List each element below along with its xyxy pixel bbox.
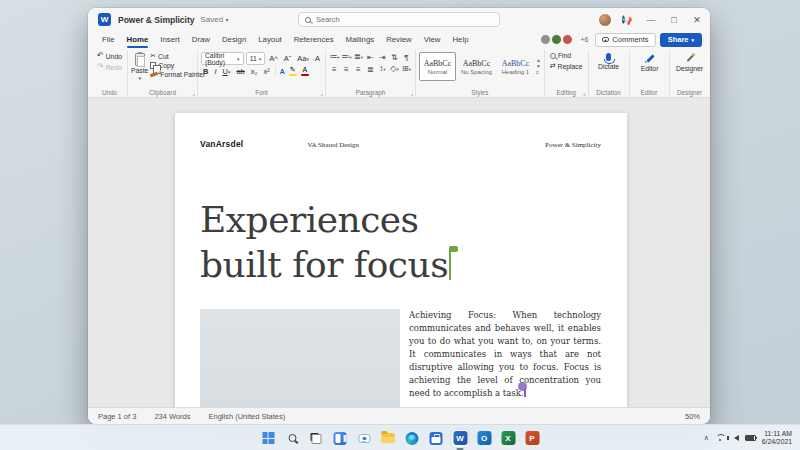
document-header[interactable]: VanArsdel VA Shared Design Power & Simpl… — [175, 113, 627, 149]
word-taskbar-button[interactable]: W — [452, 430, 469, 447]
editing-dialog-launcher[interactable]: ⌟ — [583, 89, 586, 96]
decrease-indent-button[interactable]: ⇤ — [365, 53, 376, 63]
designer-button[interactable]: Designer — [673, 51, 707, 72]
speaker-icon[interactable] — [731, 435, 739, 441]
document-heading[interactable]: Experiences built for focus — [175, 149, 627, 287]
editor-button[interactable]: Editor — [633, 51, 667, 72]
powerpoint-button[interactable]: P — [524, 430, 541, 447]
search-box[interactable] — [298, 12, 500, 27]
save-status[interactable]: Saved ▾ — [201, 15, 229, 24]
shading-button[interactable]: ◇▾ — [389, 64, 400, 75]
chat-button[interactable] — [356, 430, 373, 447]
dictate-button[interactable]: Dictate — [592, 51, 626, 70]
taskbar-search-button[interactable] — [284, 430, 301, 447]
style-no-spacing[interactable]: AaBbCc No Spacing — [458, 52, 495, 81]
zoom-level[interactable]: 50% — [685, 412, 700, 421]
document-title[interactable]: Power & Simplicity — [118, 15, 195, 25]
bullets-button[interactable]: ≔▾ — [329, 52, 340, 63]
tray-expand-chevron[interactable]: ∧ — [704, 434, 709, 442]
redo-button[interactable]: ↷Redo — [95, 62, 124, 72]
document-page[interactable]: VanArsdel VA Shared Design Power & Simpl… — [175, 113, 627, 407]
paragraph-dialog-launcher[interactable]: ⌟ — [410, 89, 413, 96]
tab-mailings[interactable]: Mailings — [340, 33, 381, 46]
page-indicator[interactable]: Page 1 of 3 — [98, 412, 136, 421]
align-left-button[interactable]: ≡ — [329, 65, 340, 75]
language-indicator[interactable]: English (United States) — [209, 412, 286, 421]
tab-layout[interactable]: Layout — [252, 33, 287, 46]
word-app-icon[interactable]: W — [98, 13, 111, 26]
borders-button[interactable]: ⊞▾ — [401, 64, 412, 75]
tab-insert[interactable]: Insert — [154, 33, 186, 46]
font-dialog-launcher[interactable]: ⌟ — [320, 89, 323, 96]
find-button[interactable]: Find — [548, 51, 585, 60]
replace-button[interactable]: ⇄Replace — [548, 61, 585, 71]
clock[interactable]: 11:11 AM 6/24/2021 — [762, 430, 792, 446]
tab-draw[interactable]: Draw — [186, 33, 216, 46]
highlight-color-button[interactable]: ✎ — [288, 66, 298, 76]
search-input[interactable] — [316, 15, 493, 24]
grow-font-button[interactable]: A^ — [267, 54, 280, 63]
align-center-button[interactable]: ≡ — [341, 65, 352, 75]
styles-more-button[interactable]: ≡ — [536, 69, 541, 75]
tab-view[interactable]: View — [418, 33, 447, 46]
strikethrough-button[interactable]: ab — [234, 67, 246, 76]
line-spacing-button[interactable]: ↕▾ — [377, 64, 388, 75]
text-effects-button[interactable]: A — [279, 68, 286, 75]
superscript-button[interactable]: x² — [261, 67, 271, 76]
battery-icon[interactable] — [745, 435, 756, 441]
collaborator-overflow-count[interactable]: +6 — [580, 36, 588, 43]
underline-button[interactable]: U▾ — [220, 67, 232, 76]
style-normal[interactable]: AaBbCc Normal — [419, 52, 456, 81]
wifi-icon[interactable] — [715, 434, 725, 442]
italic-button[interactable]: I — [212, 67, 218, 76]
task-view-button[interactable] — [308, 430, 325, 447]
undo-button[interactable]: ↶Undo — [95, 51, 124, 61]
tab-home[interactable]: Home — [121, 33, 155, 46]
font-family-select[interactable]: Calibri (Body)▾ — [201, 52, 244, 65]
widgets-button[interactable] — [332, 430, 349, 447]
subscript-button[interactable]: x₂ — [249, 67, 260, 76]
align-right-button[interactable]: ≡ — [353, 65, 364, 75]
document-paragraph[interactable]: Achieving Focus: When technology communi… — [409, 309, 601, 407]
collaborator-avatar[interactable] — [551, 34, 562, 45]
font-color-button[interactable]: A — [300, 66, 310, 76]
coauthor-cursor-green — [449, 250, 451, 280]
close-button[interactable]: ✕ — [690, 15, 704, 25]
outlook-button[interactable]: O — [476, 430, 493, 447]
user-avatar[interactable] — [598, 13, 612, 27]
numbering-button[interactable]: ≕▾ — [341, 52, 352, 63]
multilevel-list-button[interactable]: ≣▾ — [353, 52, 364, 63]
excel-button[interactable]: X — [500, 430, 517, 447]
sort-button[interactable]: ⇅ — [389, 53, 400, 63]
bold-button[interactable]: B — [201, 67, 210, 76]
change-case-button[interactable]: Aa▾ — [295, 54, 311, 63]
edge-button[interactable] — [404, 430, 421, 447]
font-size-select[interactable]: 11▾ — [246, 52, 266, 65]
file-explorer-button[interactable] — [380, 430, 397, 447]
comments-button[interactable]: Comments — [595, 33, 655, 47]
store-button[interactable] — [428, 430, 445, 447]
clipboard-dialog-launcher[interactable]: ⌟ — [192, 89, 195, 96]
share-button[interactable]: Share▾ — [660, 33, 702, 47]
start-button[interactable] — [260, 430, 277, 447]
tab-design[interactable]: Design — [216, 33, 252, 46]
megaphone-icon[interactable]: 📢 — [621, 15, 635, 25]
vanarsdel-logo: VanArsdel — [200, 139, 243, 149]
collaborator-avatar[interactable] — [540, 34, 551, 45]
tab-help[interactable]: Help — [446, 33, 474, 46]
tab-review[interactable]: Review — [380, 33, 418, 46]
paste-button[interactable]: Paste ▾ — [131, 51, 148, 81]
collaborator-avatar[interactable] — [562, 34, 573, 45]
show-paragraph-marks-button[interactable]: ¶ — [401, 53, 412, 63]
maximize-button[interactable]: □ — [667, 15, 681, 25]
minimize-button[interactable]: — — [644, 15, 658, 25]
document-image[interactable] — [200, 309, 400, 407]
clear-formatting-button[interactable]: A — [313, 54, 322, 63]
shrink-font-button[interactable]: Aˇ — [282, 54, 294, 63]
word-count[interactable]: 234 Words — [154, 412, 190, 421]
tab-references[interactable]: References — [288, 33, 340, 46]
tab-file[interactable]: File — [96, 33, 121, 46]
style-heading-1[interactable]: AaBbCc Heading 1 — [497, 52, 534, 81]
increase-indent-button[interactable]: ⇥ — [377, 53, 388, 63]
justify-button[interactable]: ≣ — [365, 65, 376, 75]
